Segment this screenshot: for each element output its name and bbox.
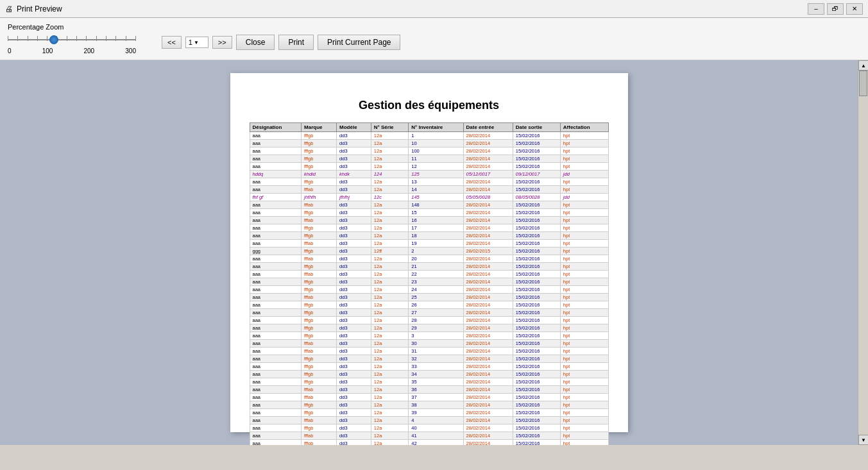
table-cell: fffgb <box>302 263 337 271</box>
table-cell: ggg <box>250 248 302 255</box>
col-header-date-entree: Date entrée <box>463 123 513 132</box>
page-selector[interactable]: 1 ▼ <box>185 37 208 48</box>
table-row: aaafffgbdd312a3828/02/201415/02/2016hpt <box>250 401 608 409</box>
table-cell: 12a <box>371 401 408 409</box>
print-button[interactable]: Print <box>278 35 314 50</box>
table-row: aaafffgbdd312a128/02/201415/02/2016hpt <box>250 132 608 140</box>
print-current-page-button[interactable]: Print Current Page <box>318 35 400 50</box>
table-row: aaafffgbdd312a3928/02/201415/02/2016hpt <box>250 409 608 417</box>
table-cell: 16 <box>409 217 463 224</box>
table-row: aaafffabdd312a1928/02/201415/02/2016hpt <box>250 240 608 248</box>
preview-scroll-area[interactable]: Gestion des équipements Désignation Marq… <box>0 60 858 445</box>
table-cell: hpt <box>560 132 608 140</box>
prev-page-button[interactable]: << <box>162 36 182 49</box>
table-row: aaafffabdd312a3028/02/201415/02/2016hpt <box>250 340 608 348</box>
table-cell: 15/02/2016 <box>513 217 560 224</box>
table-cell: 28/02/2014 <box>463 224 513 232</box>
zoom-slider[interactable] <box>8 33 136 46</box>
table-cell: 12a <box>371 140 408 147</box>
maximize-button[interactable]: 🗗 <box>827 3 844 15</box>
table-row: aaafffabdd312a2028/02/201415/02/2016hpt <box>250 255 608 263</box>
printer-icon: 🖨 <box>5 4 13 13</box>
table-cell: dd3 <box>337 147 371 155</box>
table-cell: fffgb <box>302 332 337 340</box>
table-cell: hpt <box>560 440 608 446</box>
table-cell: aaa <box>250 309 302 317</box>
table-row: aaafffgbdd312a2128/02/201415/02/2016hpt <box>250 263 608 271</box>
table-cell: 12a <box>371 294 408 301</box>
table-cell: fffab <box>302 340 337 348</box>
table-cell: 15/02/2016 <box>513 278 560 286</box>
table-cell: hpt <box>560 340 608 348</box>
table-cell: dd3 <box>337 386 371 394</box>
table-cell: 28/02/2014 <box>463 240 513 248</box>
table-cell: 13 <box>409 178 463 186</box>
table-cell: 19 <box>409 240 463 248</box>
zoom-thumb[interactable] <box>49 35 58 44</box>
scroll-down-button[interactable]: ▼ <box>858 435 868 445</box>
table-cell: 12a <box>371 355 408 363</box>
col-header-inventaire: N° Inventaire <box>409 123 463 132</box>
table-cell: hpt <box>560 324 608 332</box>
table-cell: jhfhfh <box>302 194 337 201</box>
scroll-thumb[interactable] <box>859 71 867 96</box>
table-cell: 30 <box>409 340 463 348</box>
close-button[interactable]: Close <box>236 35 275 50</box>
table-cell: 28/02/2014 <box>463 217 513 224</box>
table-cell: jdd <box>560 194 608 201</box>
page-select-dropdown-icon: ▼ <box>194 40 199 46</box>
table-cell: aaa <box>250 301 302 309</box>
next-page-button[interactable]: >> <box>212 36 232 49</box>
table-cell: 34 <box>409 371 463 378</box>
table-cell: fffab <box>302 186 337 194</box>
table-cell: dd3 <box>337 317 371 324</box>
table-cell: fffgb <box>302 286 337 294</box>
table-cell: dd3 <box>337 394 371 401</box>
table-cell: 25 <box>409 294 463 301</box>
table-cell: fffgb <box>302 248 337 255</box>
table-cell: aaa <box>250 155 302 163</box>
table-cell: 26 <box>409 301 463 309</box>
zoom-slider-container: 0 100 200 300 <box>8 33 136 55</box>
table-row: aaafffabdd312a1428/02/201415/02/2016hpt <box>250 186 608 194</box>
close-window-button[interactable]: ✕ <box>846 3 863 15</box>
table-cell: dd3 <box>337 417 371 424</box>
table-cell: hpt <box>560 209 608 217</box>
zoom-marker-100: 100 <box>42 47 53 55</box>
table-cell: hpt <box>560 248 608 255</box>
table-cell: fffab <box>302 255 337 263</box>
zoom-tick <box>17 36 18 41</box>
table-cell: 22 <box>409 271 463 278</box>
table-cell: dd3 <box>337 155 371 163</box>
table-cell: hpt <box>560 394 608 401</box>
table-cell: aaa <box>250 355 302 363</box>
table-cell: 28/02/2014 <box>463 132 513 140</box>
table-cell: aaa <box>250 371 302 378</box>
table-cell: 15/02/2016 <box>513 394 560 401</box>
table-cell: 15/02/2016 <box>513 363 560 371</box>
table-cell: dd3 <box>337 378 371 386</box>
zoom-tick <box>126 36 126 41</box>
table-cell: 11 <box>409 155 463 163</box>
table-cell: 28/02/2014 <box>463 255 513 263</box>
table-cell: 12a <box>371 209 408 217</box>
minimize-button[interactable]: – <box>808 3 824 15</box>
table-cell: dd3 <box>337 255 371 263</box>
table-cell: 12a <box>371 324 408 332</box>
table-cell: hpt <box>560 240 608 248</box>
table-cell: 24 <box>409 286 463 294</box>
scroll-thumb-area[interactable] <box>858 71 868 435</box>
table-cell: fffgb <box>302 232 337 240</box>
table-cell: fffgb <box>302 355 337 363</box>
table-row: aaafffgbdd312a3328/02/201415/02/2016hpt <box>250 363 608 371</box>
table-cell: fffgb <box>302 301 337 309</box>
table-cell: hpt <box>560 371 608 378</box>
table-row: aaafffgbdd312a3528/02/201415/02/2016hpt <box>250 378 608 386</box>
table-cell: aaa <box>250 232 302 240</box>
table-cell: fffgb <box>302 209 337 217</box>
zoom-tick <box>37 36 38 41</box>
scroll-up-button[interactable]: ▲ <box>858 60 868 71</box>
table-cell: dd3 <box>337 432 371 440</box>
table-cell: hpt <box>560 232 608 240</box>
table-cell: aaa <box>250 317 302 324</box>
